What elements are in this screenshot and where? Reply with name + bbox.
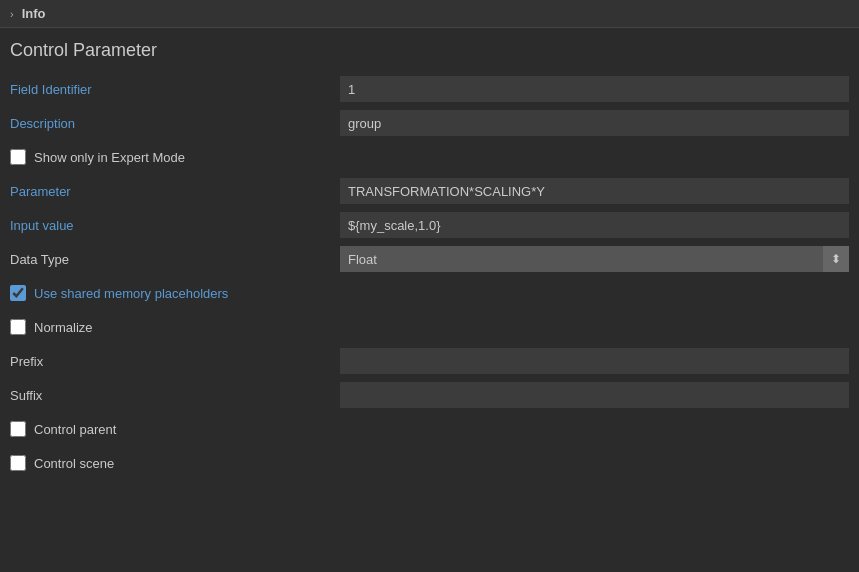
show-expert-label[interactable]: Show only in Expert Mode [34,150,185,165]
prefix-row: Prefix [10,347,849,375]
control-parent-row: Control parent [10,415,849,443]
prefix-input[interactable] [340,348,849,374]
suffix-label: Suffix [10,388,340,403]
input-value-row: Input value [10,211,849,239]
show-expert-checkbox[interactable] [10,149,26,165]
info-header[interactable]: › Info [0,0,859,28]
field-identifier-input[interactable] [340,76,849,102]
info-title: Info [22,6,46,21]
control-parent-label[interactable]: Control parent [34,422,116,437]
control-scene-checkbox[interactable] [10,455,26,471]
input-value-label: Input value [10,218,340,233]
data-type-select-wrapper: Float Integer String Boolean ⬍ [340,246,849,272]
input-value-input[interactable] [340,212,849,238]
show-expert-row: Show only in Expert Mode [10,143,849,171]
prefix-label: Prefix [10,354,340,369]
data-type-select[interactable]: Float Integer String Boolean [340,246,849,272]
suffix-row: Suffix [10,381,849,409]
section-title: Control Parameter [0,28,859,71]
shared-memory-row: Use shared memory placeholders [10,279,849,307]
data-type-row: Data Type Float Integer String Boolean ⬍ [10,245,849,273]
parameter-row: Parameter [10,177,849,205]
normalize-label[interactable]: Normalize [34,320,93,335]
control-parent-checkbox[interactable] [10,421,26,437]
description-input[interactable] [340,110,849,136]
parameter-label: Parameter [10,184,340,199]
data-type-label: Data Type [10,252,340,267]
shared-memory-label[interactable]: Use shared memory placeholders [34,286,228,301]
suffix-input[interactable] [340,382,849,408]
description-row: Description [10,109,849,137]
parameter-input[interactable] [340,178,849,204]
control-scene-label[interactable]: Control scene [34,456,114,471]
field-identifier-label: Field Identifier [10,82,340,97]
normalize-checkbox[interactable] [10,319,26,335]
description-label: Description [10,116,340,131]
chevron-icon: › [10,8,14,20]
control-scene-row: Control scene [10,449,849,477]
normalize-row: Normalize [10,313,849,341]
form-container: Field Identifier Description Show only i… [0,71,859,487]
shared-memory-checkbox[interactable] [10,285,26,301]
field-identifier-row: Field Identifier [10,75,849,103]
